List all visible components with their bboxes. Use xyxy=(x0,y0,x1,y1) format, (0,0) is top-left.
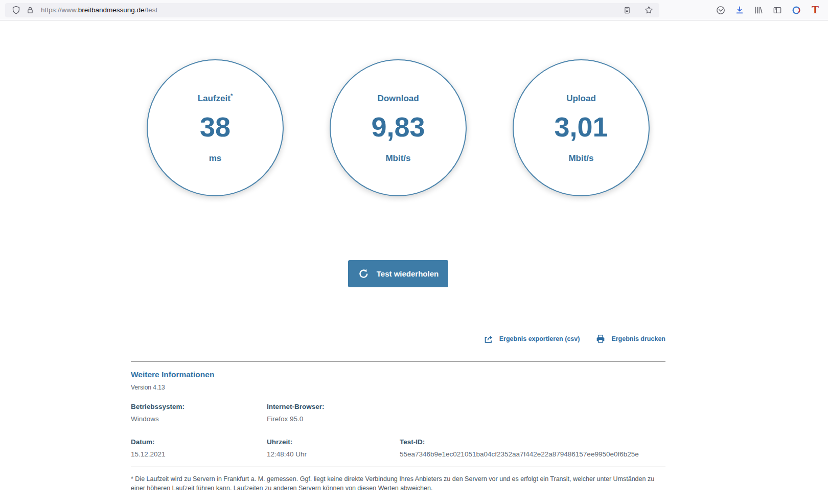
speedtest-results-page: Laufzeit* 38 ms Download 9,83 Mbit/s Upl… xyxy=(131,20,665,493)
section-divider-bottom xyxy=(131,467,665,467)
latency-result-circle: Laufzeit* 38 ms xyxy=(147,59,284,196)
os-label: Betriebssystem: xyxy=(131,403,267,410)
result-actions: Ergebnis exportieren (csv) Ergebnis druc… xyxy=(131,333,665,345)
browser-toolbar: https://www.breitbandmessung.de/test xyxy=(0,0,828,20)
url-domain: breitbandmessung.de xyxy=(78,6,145,14)
reader-view-icon[interactable] xyxy=(622,5,633,16)
latency-unit: ms xyxy=(209,154,222,163)
toolbar-icon-cluster: T xyxy=(715,5,821,16)
export-result-link[interactable]: Ergebnis exportieren (csv) xyxy=(483,333,580,345)
download-value: 9,83 xyxy=(371,113,425,141)
testid-value: 55ea7346b9e1ec021051ba04cf2352aa7f442e22… xyxy=(400,450,665,458)
extension-t-icon[interactable]: T xyxy=(810,5,821,16)
download-icon[interactable] xyxy=(734,5,745,16)
bookmark-star-icon[interactable] xyxy=(643,5,654,16)
time-label: Uhrzeit: xyxy=(267,438,400,446)
result-circles: Laufzeit* 38 ms Download 9,83 Mbit/s Upl… xyxy=(131,20,665,196)
url-scheme: https://www. xyxy=(41,6,78,14)
url-bar[interactable]: https://www.breitbandmessung.de/test xyxy=(5,3,659,17)
os-value: Windows xyxy=(131,415,267,423)
browser-label: Internet-Browser: xyxy=(267,403,400,410)
download-result-circle: Download 9,83 Mbit/s xyxy=(330,59,467,196)
info-row-values: Windows Firefox 95.0 xyxy=(131,415,665,423)
upload-label: Upload xyxy=(566,93,596,103)
download-unit: Mbit/s xyxy=(385,154,410,163)
info-row-labels: Datum: Uhrzeit: Test-ID: xyxy=(131,438,665,446)
date-value: 15.12.2021 xyxy=(131,450,267,458)
printer-icon xyxy=(595,333,606,345)
latency-label: Laufzeit* xyxy=(198,93,233,103)
library-icon[interactable] xyxy=(753,5,764,16)
tracking-shield-icon[interactable] xyxy=(10,5,21,16)
pocket-icon[interactable] xyxy=(715,5,726,16)
further-info-heading: Weitere Informationen xyxy=(131,370,665,379)
info-row-values: 15.12.2021 12:48:40 Uhr 55ea7346b9e1ec02… xyxy=(131,450,665,458)
time-value: 12:48:40 Uhr xyxy=(267,450,400,458)
upload-result-circle: Upload 3,01 Mbit/s xyxy=(513,59,650,196)
repeat-test-button[interactable]: Test wiederholen xyxy=(348,260,448,287)
upload-value: 3,01 xyxy=(554,113,608,141)
lock-icon[interactable] xyxy=(25,5,36,16)
date-label: Datum: xyxy=(131,438,267,446)
latency-value: 38 xyxy=(200,113,231,141)
info-row-labels: Betriebssystem: Internet-Browser: xyxy=(131,403,665,410)
repeat-test-label: Test wiederholen xyxy=(377,269,439,278)
print-result-link[interactable]: Ergebnis drucken xyxy=(595,333,665,345)
extension-ring-icon[interactable] xyxy=(791,5,802,16)
browser-value: Firefox 95.0 xyxy=(267,415,400,423)
url-text[interactable]: https://www.breitbandmessung.de/test xyxy=(41,6,157,14)
latency-footnote-text: * Die Laufzeit wird zu Servern in Frankf… xyxy=(131,474,662,493)
url-path: /test xyxy=(145,6,158,14)
upload-unit: Mbit/s xyxy=(568,154,593,163)
sidebar-toggle-icon[interactable] xyxy=(772,5,783,16)
section-divider-top xyxy=(131,361,665,362)
refresh-icon xyxy=(358,268,370,280)
download-label: Download xyxy=(377,93,419,103)
export-result-label: Ergebnis exportieren (csv) xyxy=(499,335,580,342)
print-result-label: Ergebnis drucken xyxy=(611,335,665,342)
export-icon xyxy=(483,333,494,345)
latency-footnote-marker: * xyxy=(231,93,233,99)
version-text: Version 4.13 xyxy=(131,384,665,391)
testid-label: Test-ID: xyxy=(400,438,665,446)
